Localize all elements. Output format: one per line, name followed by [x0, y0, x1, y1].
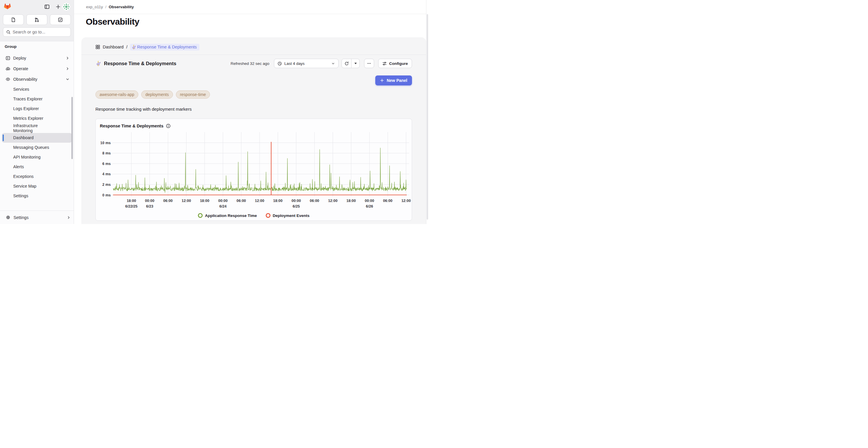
sidebar-shortcuts [3, 14, 71, 25]
user-avatar[interactable] [63, 3, 70, 10]
main-scrollbar-thumb[interactable] [427, 14, 428, 220]
sidebar-item-metrics-explorer[interactable]: Metrics Explorer [2, 114, 72, 123]
svg-text:6/23: 6/23 [146, 204, 153, 209]
sidebar-item-services[interactable]: Services [2, 85, 72, 94]
refresh-split-button [341, 59, 360, 68]
breadcrumb-group-link[interactable]: exp_o11y [86, 5, 103, 9]
dashboard-description: Response time tracking with deployment m… [95, 106, 192, 111]
time-range-value: Last 4 days [284, 61, 305, 66]
main-scrollbar-track[interactable] [426, 0, 434, 224]
observability-submenu: ServicesTraces ExplorerLogs ExplorerMetr… [2, 85, 72, 201]
tag-deployments[interactable]: deployments [141, 90, 173, 99]
new-panel-label: New Panel [387, 78, 407, 83]
dashboard-breadcrumb-current-label: Response Time & Deployments [137, 44, 197, 49]
sidebar-item-label: Infrastructure Monitoring [13, 123, 56, 133]
refresh-options-button[interactable] [351, 59, 360, 68]
todo-list-button[interactable] [50, 14, 71, 25]
svg-text:18:00: 18:00 [127, 199, 136, 203]
chart-canvas: 18:006/22/2500:006/2306:0012:0018:0000:0… [96, 119, 412, 221]
sidebar-item-alerts[interactable]: Alerts [2, 162, 72, 172]
svg-text:00:00: 00:00 [145, 199, 154, 203]
chart-legend: Application Response TimeDeployment Even… [96, 213, 412, 218]
sidebar-collapse-icon[interactable] [44, 3, 50, 10]
build-icon [6, 50, 10, 50]
sidebar-item-logs-explorer[interactable]: Logs Explorer [2, 104, 72, 114]
sidebar-item-messaging-queues[interactable]: Messaging Queues [2, 143, 72, 152]
context-title: Group [0, 41, 74, 49]
chevron-down-icon [65, 77, 70, 81]
sidebar-item-build[interactable]: Build [2, 50, 72, 53]
sidebar-nav: Build Deploy Operate Observability [2, 50, 72, 211]
carousel-horse-icon [95, 61, 101, 66]
svg-text:6/26: 6/26 [366, 204, 373, 209]
svg-text:12:00: 12:00 [255, 199, 264, 203]
dashboards-grid-icon [95, 44, 100, 49]
top-breadcrumb-bar: exp_o11y / Observability [74, 0, 426, 14]
svg-text:18:00: 18:00 [273, 199, 282, 203]
dashboard-breadcrumb: Dashboard / Response Time & Deployments [95, 41, 412, 53]
svg-text:6/22/25: 6/22/25 [125, 204, 138, 209]
dashboard-card: Dashboard / Response Time & Deployments … [81, 37, 426, 224]
merge-requests-button[interactable] [26, 14, 47, 25]
sidebar-item-traces-explorer[interactable]: Traces Explorer [2, 94, 72, 104]
sidebar-scrollbar-thumb[interactable] [71, 97, 73, 159]
tag-response-time[interactable]: response-time [176, 90, 210, 99]
svg-text:6/25: 6/25 [293, 204, 300, 209]
issues-button[interactable] [3, 14, 24, 25]
chevron-right-icon [65, 56, 70, 60]
more-actions-button[interactable] [364, 59, 374, 68]
refresh-button[interactable] [341, 59, 351, 68]
sidebar-item-settings[interactable]: Settings [2, 191, 72, 201]
sidebar-item-infrastructure-monitoring[interactable]: Infrastructure Monitoring [2, 123, 72, 133]
sidebar: Search or go to... Group Build Deploy Op… [0, 0, 74, 224]
legend-item-deployment-events[interactable]: Deployment Events [266, 213, 310, 218]
main-area: exp_o11y / Observability Observability D… [74, 0, 434, 224]
sidebar-item-exceptions[interactable]: Exceptions [2, 172, 72, 182]
info-icon[interactable] [166, 124, 170, 128]
dashboard-title: Response Time & Deployments [95, 61, 176, 66]
breadcrumb-current[interactable]: Observability [108, 5, 134, 9]
chevron-right-icon [65, 67, 70, 71]
plus-icon [380, 78, 384, 83]
ellipsis-icon [367, 61, 371, 65]
sidebar-item-service-map[interactable]: Service Map [2, 182, 72, 191]
configure-button[interactable]: Configure [378, 59, 412, 68]
sidebar-item-label: Service Map [13, 184, 36, 189]
sidebar-item-label: Dashboard [13, 135, 33, 140]
sidebar-item-label: Metrics Explorer [13, 116, 43, 121]
divider [81, 55, 426, 55]
new-panel-button[interactable]: New Panel [375, 75, 412, 86]
caret-down-icon [354, 62, 357, 65]
dashboard-breadcrumb-current[interactable]: Response Time & Deployments [130, 44, 199, 51]
chart-panel: 18:006/22/2500:006/2306:0012:0018:0000:0… [95, 119, 412, 221]
sidebar-item-label: Messaging Queues [13, 145, 49, 150]
new-menu-plus-icon[interactable] [55, 3, 61, 10]
carousel-horse-icon [131, 44, 136, 50]
legend-label: Application Response Time [205, 214, 257, 218]
gitlab-logo-icon[interactable] [3, 2, 11, 10]
tag-awesome-rails-app[interactable]: awesome-rails-app [95, 90, 138, 99]
sidebar-item-label: Exceptions [13, 174, 33, 179]
search-input[interactable]: Search or go to... [3, 27, 71, 37]
sidebar-item-observability[interactable]: Observability [2, 74, 72, 85]
svg-text:12:00: 12:00 [182, 199, 191, 203]
sidebar-item-label: API Monitoring [13, 155, 40, 160]
gear-icon [6, 215, 10, 220]
eye-icon [6, 77, 10, 82]
active-indicator [3, 134, 4, 141]
dashboard-tags: awesome-rails-appdeploymentsresponse-tim… [95, 90, 210, 99]
time-range-dropdown[interactable]: Last 4 days [274, 59, 339, 68]
sidebar-context-panel: Group Build Deploy Operate [0, 41, 74, 224]
sidebar-item-label: Observability [13, 77, 65, 82]
legend-label: Deployment Events [273, 214, 310, 218]
legend-item-application-response-time[interactable]: Application Response Time [198, 213, 257, 218]
dashboard-breadcrumb-root[interactable]: Dashboard [103, 44, 124, 49]
sidebar-item-dashboard[interactable]: Dashboard [2, 133, 72, 143]
sidebar-item-settings-footer[interactable]: Settings [0, 211, 74, 224]
legend-ring [198, 213, 203, 218]
svg-text:10 ms: 10 ms [100, 141, 111, 145]
sidebar-item-operate[interactable]: Operate [2, 63, 72, 74]
app-window: Search or go to... Group Build Deploy Op… [0, 0, 434, 224]
sidebar-item-api-monitoring[interactable]: API Monitoring [2, 152, 72, 162]
sidebar-item-deploy[interactable]: Deploy [2, 53, 72, 63]
